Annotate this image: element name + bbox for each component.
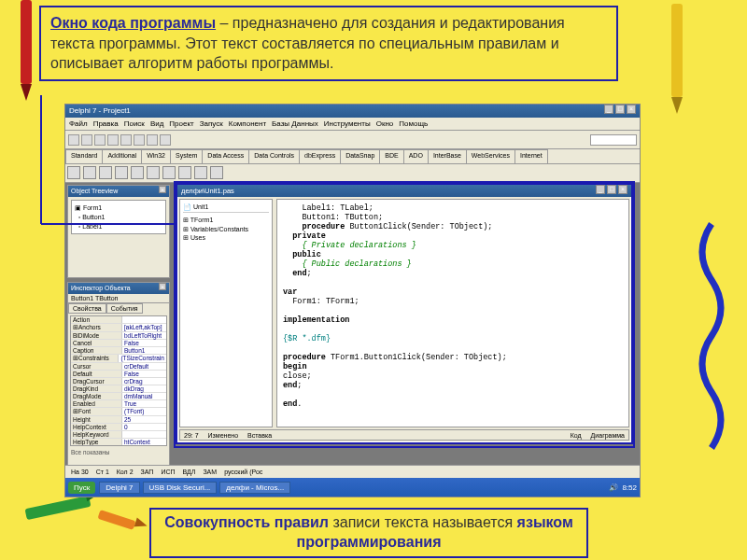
toolbar-button[interactable] (94, 134, 106, 146)
tray-icon[interactable]: 🔊 (609, 483, 618, 492)
inspector-object[interactable]: Button1 TButton (68, 294, 169, 303)
taskbar-item[interactable]: Delphi 7 (99, 482, 139, 494)
tree-node[interactable]: ▫ Label1 (75, 222, 162, 231)
menu-item[interactable]: Инструменты (324, 118, 371, 130)
tab-code[interactable]: Код (571, 432, 582, 439)
property-row[interactable]: EnabledTrue (71, 400, 166, 408)
code-explorer-node[interactable]: ⊞ Uses (183, 233, 269, 243)
palette-button[interactable] (162, 166, 176, 179)
toolbar-button[interactable] (160, 134, 171, 146)
code-explorer[interactable]: 📄 Unit1⊞ TForm1⊞ Variables/Constants⊞ Us… (179, 199, 273, 427)
code-editor[interactable]: Label1: TLabel; Button1: TButton; proced… (276, 199, 629, 427)
property-grid[interactable]: Action⊞Anchors[akLeft,akTop]BiDiModebdLe… (70, 315, 167, 446)
inspector-tab[interactable]: Свойства (68, 303, 106, 314)
toolbar-button[interactable] (107, 134, 119, 146)
property-row[interactable]: CursorcrDefault (71, 363, 166, 371)
component-tab[interactable]: Win32 (141, 149, 171, 163)
property-row[interactable]: CaptionButton1 (71, 347, 166, 355)
status-cell: ИСП (161, 469, 175, 475)
menu-item[interactable]: Компонент (229, 118, 266, 130)
property-row[interactable]: DefaultFalse (71, 371, 166, 378)
property-row[interactable]: DragCursorcrDrag (71, 378, 166, 385)
palette-button[interactable] (210, 166, 223, 179)
svg-rect-6 (97, 510, 135, 530)
toolbar-button[interactable] (68, 134, 79, 146)
menu-item[interactable]: Файл (69, 118, 88, 130)
palette-button[interactable] (194, 166, 207, 179)
minimize-icon[interactable]: _ (596, 185, 605, 194)
palette-button[interactable] (67, 166, 80, 179)
minimize-icon[interactable]: _ (604, 105, 613, 114)
menu-item[interactable]: Правка (93, 118, 119, 130)
toolbar-button[interactable] (147, 134, 158, 146)
palette-button[interactable] (115, 166, 128, 179)
component-tab[interactable]: Data Access (202, 149, 249, 163)
component-tab[interactable]: DataSnap (340, 149, 380, 163)
taskbar-items: Delphi 7USB Disk Securi...делфи - Micros… (99, 482, 290, 494)
menu-item[interactable]: Помощь (399, 118, 428, 130)
property-row[interactable]: HelpKeyword (71, 431, 166, 439)
svg-marker-3 (671, 97, 683, 114)
property-row[interactable]: BiDiModebdLeftToRight (71, 332, 166, 340)
component-tab[interactable]: System (170, 149, 203, 163)
tree-node[interactable]: ▣ Form1 (75, 203, 162, 213)
crayon-orange-icon (93, 498, 149, 549)
property-row[interactable]: CancelFalse (71, 340, 166, 347)
property-row[interactable]: HelpContext0 (71, 424, 166, 431)
toolbar-button[interactable] (134, 134, 145, 146)
property-row[interactable]: DragKinddkDrag (71, 385, 166, 393)
menu-item[interactable]: Вид (150, 118, 163, 130)
component-tab[interactable]: InterBase (428, 149, 467, 163)
inspector-tab[interactable]: События (106, 303, 143, 314)
search-input[interactable] (590, 134, 637, 146)
close-icon[interactable]: × (159, 283, 166, 290)
squiggle-blue-icon (684, 215, 740, 461)
property-row[interactable]: ⊞Anchors[akLeft,akTop] (71, 324, 166, 332)
menu-item[interactable]: Поиск (124, 118, 145, 130)
ide-menubar: ФайлПравкаПоискВидПроектЗапускКомпонентБ… (65, 118, 640, 131)
code-explorer-node[interactable]: ⊞ Variables/Constants (183, 225, 269, 234)
svg-marker-7 (134, 518, 148, 531)
component-tab[interactable]: ADO (403, 149, 429, 163)
menu-item[interactable]: Базы Данных (272, 118, 318, 130)
component-tab[interactable]: dbExpress (299, 149, 341, 163)
toolbar-button[interactable] (81, 134, 92, 146)
toolbar-button[interactable] (120, 134, 132, 146)
close-icon[interactable]: × (627, 105, 636, 114)
property-row[interactable]: HelpTypehtContext (71, 439, 166, 446)
component-tab[interactable]: BDE (379, 149, 403, 163)
palette-button[interactable] (147, 166, 160, 179)
object-tree[interactable]: ▣ Form1 ▫ Button1 ▫ Label1 (71, 200, 166, 234)
palette-button[interactable] (178, 166, 191, 179)
component-tab[interactable]: WebServices (466, 149, 515, 163)
property-row[interactable]: ⊞Constraints(TSizeConstrain (71, 355, 166, 363)
modified-label: Изменено (208, 432, 238, 439)
menu-item[interactable]: Окно (376, 118, 394, 130)
property-row[interactable]: ⊞Font(TFont) (71, 408, 166, 416)
tree-node[interactable]: ▫ Button1 (75, 213, 162, 222)
component-tab[interactable]: Additional (102, 149, 142, 163)
maximize-icon[interactable]: □ (607, 185, 616, 194)
component-tab[interactable]: Standard (65, 149, 103, 163)
menu-item[interactable]: Проект (169, 118, 193, 130)
close-icon[interactable]: × (159, 186, 166, 193)
code-explorer-node[interactable]: ⊞ TForm1 (183, 216, 269, 225)
svg-marker-1 (21, 84, 32, 101)
clock: 8:52 (622, 483, 637, 492)
palette-button[interactable] (99, 166, 112, 179)
taskbar-item[interactable]: делфи - Micros... (219, 482, 290, 494)
palette-button[interactable] (83, 166, 96, 179)
component-tab[interactable]: Internet (514, 149, 548, 163)
menu-item[interactable]: Запуск (200, 118, 223, 130)
close-icon[interactable]: × (618, 185, 627, 194)
property-row[interactable]: Height25 (71, 416, 166, 424)
status-cell: Ст 1 (96, 469, 109, 475)
palette-button[interactable] (131, 166, 144, 179)
tab-diagram[interactable]: Диаграмма (591, 432, 625, 439)
start-button[interactable]: Пуск (68, 482, 95, 494)
property-row[interactable]: DragModedmManual (71, 393, 166, 400)
maximize-icon[interactable]: □ (615, 105, 625, 114)
taskbar-item[interactable]: USB Disk Securi... (143, 482, 218, 494)
component-tab[interactable]: Data Controls (248, 149, 300, 163)
property-row[interactable]: Action (71, 316, 166, 324)
